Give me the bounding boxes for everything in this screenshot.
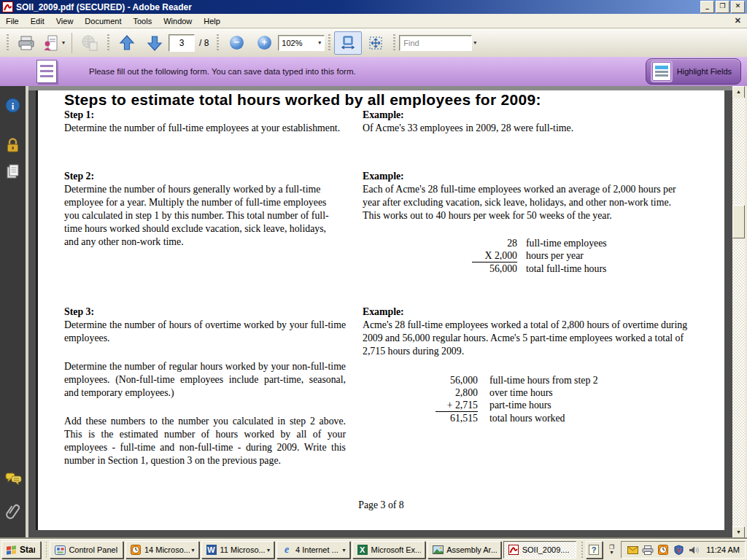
toolbar-grip: [328, 34, 330, 52]
scroll-down-icon[interactable]: ▼: [732, 526, 745, 540]
printer-tray-icon[interactable]: [642, 544, 654, 556]
document-pane: i Steps to estimate total hours worked b…: [0, 86, 747, 540]
fit-arrows-icon: [368, 36, 383, 50]
page-number-input[interactable]: [169, 34, 195, 52]
hidden-icons-toggle[interactable]: ❐ ▾: [607, 545, 617, 555]
antivirus-shield-tray-icon[interactable]: V: [673, 544, 684, 556]
zoom-level-value: 102%: [282, 39, 302, 47]
previous-page-button[interactable]: [113, 31, 141, 55]
step3-title: Step 3:: [64, 306, 94, 317]
comments-panel-icon[interactable]: [5, 472, 20, 488]
page-footer: Page 3 of 8: [38, 499, 724, 511]
toolbar-grip: [107, 34, 109, 52]
toolbar-grip: [393, 34, 395, 52]
help-icon: ?: [589, 545, 599, 555]
chevron-down-icon: ▾: [610, 550, 613, 555]
printer-icon: [18, 36, 35, 50]
security-lock-icon[interactable]: [5, 137, 20, 152]
example1-title: Example:: [363, 109, 404, 120]
taskbar-item-excel[interactable]: X Microsoft Ex...: [352, 541, 426, 559]
step3-block: Step 3: Determine the number of hours of…: [64, 306, 346, 467]
svg-text:?: ?: [592, 545, 597, 554]
example3-text: Acme's 28 full-time employees worked a t…: [363, 319, 692, 358]
close-document-icon[interactable]: ✕: [735, 16, 741, 26]
taskbar-separator: [581, 542, 583, 558]
chevron-down-icon[interactable]: ▾: [341, 547, 346, 553]
scrolling-page-icon: [341, 36, 355, 50]
form-person-icon: [43, 35, 61, 51]
menu-help[interactable]: Help: [198, 14, 226, 28]
mail-tray-icon[interactable]: [627, 544, 638, 556]
toolbar: ▾ / 8 − + 102% ▾ F: [0, 28, 747, 58]
menu-window[interactable]: Window: [158, 14, 198, 28]
fulltime-hours-calculation: 28full-time employees X 2,000hours per y…: [472, 237, 607, 275]
volume-tray-icon[interactable]: [688, 544, 700, 556]
chevron-down-icon[interactable]: ▾: [190, 547, 195, 553]
start-label: Start: [20, 545, 35, 555]
page-total-label: / 8: [199, 38, 209, 48]
clock-time[interactable]: 11:24 AM: [706, 545, 740, 554]
attachments-panel-icon[interactable]: [5, 503, 20, 518]
taskbar-group-internet-explorer[interactable]: e 4 Internet ... ▾: [276, 541, 350, 559]
step1-text: Determine the number of full-time employ…: [64, 122, 347, 135]
scrollbar-track[interactable]: [732, 98, 745, 528]
clock-app-icon: [130, 544, 142, 556]
restore-button[interactable]: ❐: [716, 1, 729, 13]
toolbar-grip: [7, 34, 9, 52]
scrolling-mode-button[interactable]: [334, 31, 362, 55]
taskbar-separator: [46, 542, 47, 558]
distribute-form-button[interactable]: ▾: [40, 31, 68, 55]
example3-title: Example:: [363, 306, 404, 317]
example2-text: Each of Acme's 28 full-time employees wo…: [363, 183, 689, 222]
clock-tray-icon[interactable]: [657, 544, 669, 556]
menu-view[interactable]: View: [50, 14, 80, 28]
control-panel-icon: [54, 544, 66, 556]
menu-file[interactable]: File: [0, 14, 25, 28]
zoom-in-button[interactable]: +: [250, 31, 278, 55]
scrollbar-thumb[interactable]: [732, 205, 745, 238]
taskbar-item-pdf-active[interactable]: SOII_2009....: [503, 541, 577, 559]
step1-block: Step 1: Determine the number of full-tim…: [64, 109, 347, 135]
next-page-button[interactable]: [141, 31, 169, 55]
adobe-pdf-icon: [2, 1, 13, 12]
find-input[interactable]: Find: [399, 35, 472, 51]
toolbar-grip: [217, 34, 219, 52]
chevron-down-icon[interactable]: ▾: [265, 547, 270, 553]
chevron-down-icon: ▾: [318, 39, 321, 46]
highlight-fields-label: Highlight Fields: [677, 67, 732, 76]
step2-title: Step 2:: [64, 171, 94, 182]
document-info-icon[interactable]: i: [5, 98, 20, 113]
menu-tools[interactable]: Tools: [128, 14, 158, 28]
zoom-out-button[interactable]: −: [222, 31, 250, 55]
taskbar-item-assembly-image[interactable]: Assembly Ar...: [427, 541, 501, 559]
start-button[interactable]: Start: [1, 541, 41, 559]
chevron-down-icon[interactable]: ▾: [473, 39, 476, 46]
minimize-button[interactable]: _: [700, 1, 714, 13]
highlight-fields-button[interactable]: Highlight Fields: [646, 58, 741, 85]
vertical-scrollbar[interactable]: ▲ ▼: [732, 86, 745, 540]
step3-paragraph-3: Add these numbers to the number you calc…: [64, 415, 346, 467]
window-title: SOII_2009.pdf (SECURED) - Adobe Reader: [16, 2, 192, 12]
minus-icon: −: [230, 36, 244, 50]
picture-icon: [432, 544, 444, 556]
taskbar-group-outlook[interactable]: 14 Microso... ▾: [125, 541, 199, 559]
title-bar: SOII_2009.pdf (SECURED) - Adobe Reader _…: [0, 0, 747, 14]
taskbar-item-control-panel[interactable]: Control Panel: [50, 541, 123, 559]
adobe-pdf-icon: [508, 544, 519, 556]
close-button[interactable]: ✕: [731, 1, 745, 13]
page-down-arrow-icon: [147, 34, 163, 52]
zoom-level-select[interactable]: 102% ▾: [278, 35, 325, 51]
navigation-sidebar: i: [0, 86, 28, 540]
taskbar-group-word[interactable]: W 11 Microso... ▾: [201, 541, 275, 559]
help-tray-button[interactable]: ?: [586, 541, 603, 559]
globe-page-icon: [81, 35, 98, 51]
print-button[interactable]: [12, 31, 40, 55]
adobe-reader-window: SOII_2009.pdf (SECURED) - Adobe Reader _…: [0, 0, 747, 560]
fit-page-button[interactable]: [362, 31, 390, 55]
example2-title: Example:: [363, 171, 404, 182]
menu-edit[interactable]: Edit: [25, 14, 50, 28]
menu-document[interactable]: Document: [79, 14, 127, 28]
pages-panel-icon[interactable]: [5, 163, 20, 179]
windows-logo-icon: [5, 544, 17, 556]
example3-block: Example: Acme's 28 full-time employees w…: [363, 306, 692, 424]
